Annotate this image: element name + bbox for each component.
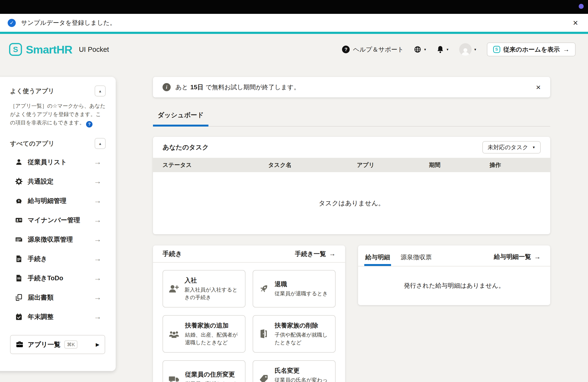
arrow-right-icon: → bbox=[94, 274, 101, 283]
sidebar-item-procedures-todo[interactable]: 手続きToDo → bbox=[10, 268, 106, 288]
sidebar-item-common-settings[interactable]: 共通設定 → bbox=[10, 172, 106, 191]
trial-notice-close-icon[interactable]: × bbox=[536, 83, 541, 91]
your-tasks-title: あなたのタスク bbox=[163, 143, 209, 152]
keyboard-shortcut-badge: ⌘K bbox=[64, 341, 77, 349]
language-menu[interactable]: ▼ bbox=[414, 46, 427, 53]
arrow-right-icon: → bbox=[94, 216, 101, 224]
avatar bbox=[459, 43, 472, 56]
sidebar-item-label: 源泉徴収票管理 bbox=[28, 235, 73, 244]
recording-indicator-dot bbox=[579, 4, 584, 9]
procedure-card-address-change[interactable]: 従業員の住所変更従業員が引越したとき bbox=[163, 360, 246, 382]
main-content: i あと15日で無料お試し期間が終了します。 × ダッシュボード あなたのタスク… bbox=[153, 77, 550, 382]
arrow-right-icon: → bbox=[94, 312, 101, 321]
trial-notice-text: あと15日で無料お試し期間が終了します。 bbox=[175, 83, 300, 92]
column-period: 期間 bbox=[429, 161, 489, 169]
tag-icon bbox=[258, 374, 269, 382]
procedure-card-remove-dependent[interactable]: 扶養家族の削除子供や配偶者が就職したときなど bbox=[253, 315, 336, 353]
notification-close-icon[interactable]: × bbox=[570, 18, 580, 28]
gear-icon bbox=[15, 178, 23, 185]
procedure-card-name-change[interactable]: 氏名変更従業員の氏名が変わったとき bbox=[253, 360, 336, 382]
sidebar-item-submitted-documents[interactable]: 届出書類 → bbox=[10, 288, 106, 307]
document-icon bbox=[15, 275, 23, 282]
sidebar-item-payslip-management[interactable]: ¥ 給与明細管理 → bbox=[10, 191, 106, 210]
column-status: ステータス bbox=[163, 161, 268, 169]
procedure-description: 従業員が引越したとき bbox=[185, 380, 238, 382]
sidebar-item-label: 届出書類 bbox=[28, 293, 54, 302]
notifications-menu[interactable]: ▼ bbox=[437, 46, 449, 53]
trial-notice: i あと15日で無料お試し期間が終了します。 × bbox=[153, 77, 550, 97]
arrow-right-icon: → bbox=[94, 177, 101, 186]
smarthr-logo[interactable]: S SmartHR bbox=[9, 43, 72, 56]
procedure-title: 退職 bbox=[275, 281, 287, 288]
piggy-bank-icon: ¥ bbox=[15, 197, 23, 204]
exit-door-icon bbox=[258, 328, 269, 339]
sidebar-item-withholding-management[interactable]: 源泉徴収票管理 → bbox=[10, 230, 106, 249]
toolbox-icon bbox=[16, 341, 23, 349]
account-menu[interactable]: ▼ bbox=[459, 43, 477, 56]
chevron-down-icon: ▼ bbox=[474, 48, 477, 51]
page-tabs: ダッシュボード bbox=[153, 112, 550, 127]
arrow-right-icon: → bbox=[329, 250, 336, 258]
procedure-description: 従業員の氏名が変わったとき bbox=[275, 376, 330, 382]
sidebar: よく使うアプリ ▲ ［アプリ一覧］の☆マークから、あなたがよく使うアプリを登録で… bbox=[0, 77, 116, 371]
chevron-up-icon: ▲ bbox=[99, 89, 102, 93]
procedure-card-resignation[interactable]: 退職従業員が退職するとき bbox=[253, 270, 336, 307]
calendar-check-icon bbox=[15, 313, 23, 320]
chevron-down-icon: ▼ bbox=[446, 48, 449, 51]
chevron-down-icon: ▼ bbox=[423, 48, 427, 51]
copy-icon bbox=[15, 294, 23, 301]
legacy-home-label: 従来のホームを表示 bbox=[504, 45, 560, 54]
rocket-icon bbox=[258, 283, 269, 294]
sidebar-item-procedures[interactable]: 手続き → bbox=[10, 249, 106, 268]
help-icon: ? bbox=[342, 46, 350, 53]
procedure-description: 子供や配偶者が就職したときなど bbox=[275, 331, 330, 346]
screen: ✓ サンプルデータを登録しました。 × S SmartHR UI Pocket … bbox=[0, 0, 588, 382]
sidebar-item-label: 年末調整 bbox=[28, 312, 54, 321]
payslips-empty-message: 発行された給与明細はありません。 bbox=[358, 267, 550, 305]
task-filter-select[interactable]: 未対応のタスク ▼ bbox=[482, 141, 541, 153]
document-icon bbox=[15, 255, 23, 262]
procedure-title: 従業員の住所変更 bbox=[185, 371, 235, 378]
sidebar-item-label: 従業員リスト bbox=[28, 158, 67, 166]
payslips-list-link[interactable]: 給与明細一覧 → bbox=[494, 253, 541, 261]
tab-payslips[interactable]: 給与明細 bbox=[365, 246, 390, 266]
procedure-card-add-dependent[interactable]: 扶養家族の追加結婚、出産、配偶者が退職したときなど bbox=[163, 315, 246, 353]
family-icon bbox=[168, 328, 180, 339]
favorites-collapse-button[interactable]: ▲ bbox=[95, 85, 106, 96]
sidebar-item-year-end-adjustment[interactable]: 年末調整 → bbox=[10, 307, 106, 326]
procedure-description: 結婚、出産、配偶者が退職したときなど bbox=[185, 331, 240, 346]
procedure-title: 扶養家族の削除 bbox=[275, 322, 318, 329]
app-list-label: アプリ一覧 bbox=[28, 340, 61, 349]
arrow-right-icon: → bbox=[94, 254, 101, 263]
chevron-down-icon: ▼ bbox=[532, 145, 535, 149]
procedures-list-link[interactable]: 手続き一覧 → bbox=[295, 250, 336, 258]
favorites-section-title: よく使うアプリ bbox=[10, 87, 55, 95]
procedure-card-joining[interactable]: 入社新入社員が入社するときの手続き bbox=[163, 270, 246, 307]
sidebar-item-mynumber-management[interactable]: マイナンバー管理 → bbox=[10, 210, 106, 230]
tab-dashboard[interactable]: ダッシュボード bbox=[153, 111, 209, 127]
person-add-icon bbox=[168, 283, 179, 294]
help-support-link[interactable]: ? ヘルプ＆サポート bbox=[342, 45, 404, 54]
globe-icon bbox=[414, 46, 421, 53]
notification-bar: ✓ サンプルデータを登録しました。 × bbox=[0, 14, 588, 32]
sidebar-item-employee-list[interactable]: 従業員リスト → bbox=[10, 152, 106, 172]
trial-days-remaining: 15日 bbox=[190, 84, 203, 91]
payslips-card: 給与明細 源泉徴収票 給与明細一覧 → 発行された給与明細はありません。 bbox=[358, 246, 550, 305]
success-check-icon: ✓ bbox=[8, 19, 16, 27]
legacy-home-button[interactable]: S 従来のホームを表示 → bbox=[487, 42, 576, 56]
procedure-title: 入社 bbox=[185, 277, 197, 284]
sidebar-item-label: 共通設定 bbox=[28, 177, 54, 186]
arrow-right-icon: → bbox=[563, 46, 569, 53]
sidebar-item-label: 給与明細管理 bbox=[28, 196, 66, 205]
app-list-button[interactable]: アプリ一覧 ⌘K ▶ bbox=[10, 335, 105, 354]
sidebar-item-label: 手続き bbox=[28, 254, 47, 263]
person-icon bbox=[15, 158, 23, 166]
procedure-description: 従業員が退職するとき bbox=[275, 290, 328, 298]
app-list: 従業員リスト → 共通設定 → ¥ 給与明細管理 → マイナンバー管理 → 源泉… bbox=[10, 152, 106, 326]
help-circle-icon[interactable]: ? bbox=[86, 121, 92, 128]
tab-withholding-slip[interactable]: 源泉徴収票 bbox=[400, 246, 432, 266]
procedures-title: 手続き bbox=[163, 249, 182, 258]
chevron-up-icon: ▲ bbox=[99, 142, 102, 146]
arrow-right-icon: → bbox=[94, 158, 101, 166]
all-apps-collapse-button[interactable]: ▲ bbox=[95, 138, 106, 149]
